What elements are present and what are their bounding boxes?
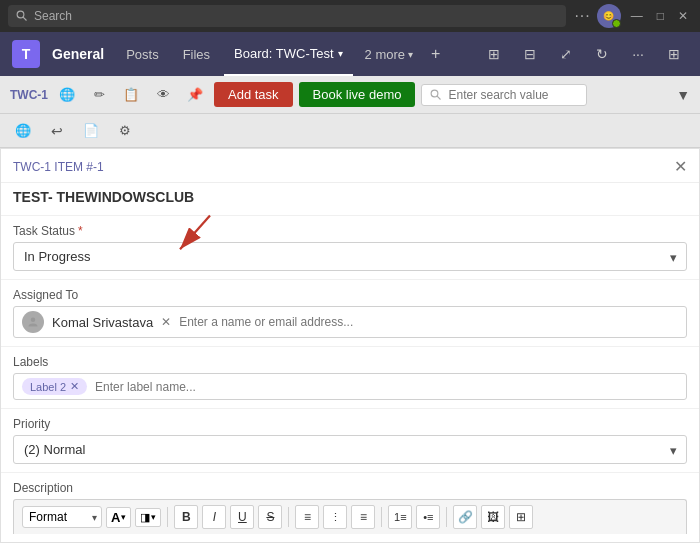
priority-select[interactable]: (2) Normal (1) High (3) Low [13, 435, 687, 464]
nav-bar: T General Posts Files Board: TWC-Test ▾ … [0, 32, 700, 76]
svg-point-6 [31, 318, 36, 323]
description-label: Description [13, 481, 687, 495]
minimize-btn[interactable]: — [627, 7, 647, 25]
remove-label-button[interactable]: ✕ [70, 380, 79, 393]
assigned-row: Komal Srivastava ✕ [13, 306, 687, 338]
filter-icon[interactable]: ▼ [676, 87, 690, 103]
separator1 [167, 507, 168, 527]
format-select-wrapper: Format Heading 1 Heading 2 Paragraph [22, 506, 102, 528]
format-select[interactable]: Format Heading 1 Heading 2 Paragraph [22, 506, 102, 528]
link-btn[interactable]: 🔗 [453, 505, 477, 529]
task-search[interactable] [421, 84, 587, 106]
svg-line-1 [23, 17, 26, 20]
task-status-section: Task Status * In Progress Not Started Co… [1, 215, 699, 279]
required-marker: * [78, 224, 83, 238]
font-color-btn[interactable]: A ▾ [106, 507, 131, 528]
align-right-btn[interactable]: ≡ [351, 505, 375, 529]
task-status-label: Task Status * [13, 224, 687, 238]
nav-dots-icon[interactable]: ··· [624, 40, 652, 68]
task-title: TEST- THEWINDOWSCLUB [1, 183, 699, 215]
toolbar-pin-icon[interactable]: 📌 [182, 82, 208, 108]
close-btn[interactable]: ✕ [674, 7, 692, 25]
nav-items: Posts Files Board: TWC-Test ▾ 2 more ▾ + [116, 32, 446, 76]
nav-layout-icon[interactable]: ⊞ [660, 40, 688, 68]
title-bar: Search ··· 😊 — □ ✕ [0, 0, 700, 32]
title-search[interactable]: Search [8, 5, 566, 27]
label-tag: Label 2 ✕ [22, 378, 87, 395]
align-center-btn[interactable]: ⋮ [323, 505, 347, 529]
task-header: TWC-1 ITEM #-1 ✕ [1, 149, 699, 183]
underline-btn[interactable]: U [230, 505, 254, 529]
ordered-list-btn[interactable]: 1≡ [388, 505, 412, 529]
image-btn[interactable]: 🖼 [481, 505, 505, 529]
font-icon: A [111, 510, 120, 525]
svg-line-3 [438, 96, 441, 99]
maximize-btn[interactable]: □ [653, 7, 668, 25]
separator4 [446, 507, 447, 527]
strikethrough-btn[interactable]: S [258, 505, 282, 529]
label-row: Label 2 ✕ [13, 373, 687, 400]
task-search-input[interactable] [448, 88, 578, 102]
assigned-name: Komal Srivastava [52, 315, 153, 330]
nav-right-icons: ⊞ ⊟ ⤢ ↻ ··· ⊞ [480, 40, 688, 68]
toolbar-edit-icon[interactable]: ✏ [86, 82, 112, 108]
priority-label: Priority [13, 417, 687, 431]
nav-more[interactable]: 2 more ▾ [357, 47, 421, 62]
assigned-avatar [22, 311, 44, 333]
avatar: 😊 [597, 4, 621, 28]
toolbar: TWC-1 🌐 ✏ 📋 👁 📌 Add task Book live demo … [0, 76, 700, 114]
toolbar2-doc[interactable]: 📄 [78, 118, 104, 144]
labels-section: Labels Label 2 ✕ [1, 346, 699, 408]
labels-label: Labels [13, 355, 687, 369]
toolbar2-settings[interactable]: ⚙ [112, 118, 138, 144]
assignee-input[interactable] [179, 315, 678, 329]
separator3 [381, 507, 382, 527]
toolbar-copy-icon[interactable]: 📋 [118, 82, 144, 108]
app-icon: T [12, 40, 40, 68]
table-btn[interactable]: ⊞ [509, 505, 533, 529]
separator2 [288, 507, 289, 527]
toolbar-eye-icon[interactable]: 👁 [150, 82, 176, 108]
avatar-letter: 😊 [603, 11, 614, 21]
toolbar2-undo[interactable]: ↩ [44, 118, 70, 144]
chevron-down-icon-more: ▾ [408, 49, 413, 60]
window-controls: ··· 😊 — □ ✕ [574, 4, 692, 28]
bold-btn[interactable]: B [174, 505, 198, 529]
nav-files[interactable]: Files [173, 32, 220, 76]
nav-expand-icon[interactable]: ⤢ [552, 40, 580, 68]
toolbar2: 🌐 ↩ 📄 ⚙ [0, 114, 700, 148]
status-select-wrapper: In Progress Not Started Completed [13, 242, 687, 271]
align-left-btn[interactable]: ≡ [295, 505, 319, 529]
more-btn[interactable]: ··· [574, 7, 590, 25]
label-input[interactable] [95, 380, 678, 394]
nav-refresh-icon[interactable]: ↻ [588, 40, 616, 68]
search-icon [16, 10, 28, 22]
task-id-link[interactable]: TWC-1 ITEM #-1 [13, 160, 104, 174]
unordered-list-btn[interactable]: •≡ [416, 505, 440, 529]
color-picker-btn[interactable]: ◨ ▾ [135, 508, 161, 527]
add-task-button[interactable]: Add task [214, 82, 293, 107]
svg-point-0 [17, 11, 24, 18]
font-chevron: ▾ [121, 512, 126, 522]
nav-posts[interactable]: Posts [116, 32, 169, 76]
task-close-button[interactable]: ✕ [674, 157, 687, 176]
status-select[interactable]: In Progress Not Started Completed [13, 242, 687, 271]
content-area: TWC-1 ITEM #-1 ✕ TEST- THEWINDOWSCLUB Ta… [0, 148, 700, 543]
search-label: Search [34, 9, 72, 23]
assigned-section: Assigned To Komal Srivastava ✕ [1, 279, 699, 346]
nav-minimize-icon[interactable]: ⊟ [516, 40, 544, 68]
nav-add-tab[interactable]: + [425, 45, 446, 63]
nav-board[interactable]: Board: TWC-Test ▾ [224, 32, 352, 76]
desc-toolbar: Format Heading 1 Heading 2 Paragraph A ▾… [13, 499, 687, 534]
nav-grid-icon[interactable]: ⊞ [480, 40, 508, 68]
italic-btn[interactable]: I [202, 505, 226, 529]
toolbar2-globe[interactable]: 🌐 [10, 118, 36, 144]
description-section: Description Format Heading 1 Heading 2 P… [1, 472, 699, 542]
remove-assignee-button[interactable]: ✕ [161, 315, 171, 329]
assigned-label: Assigned To [13, 288, 687, 302]
color-chevron: ▾ [151, 512, 156, 522]
search-icon-toolbar [430, 89, 442, 101]
toolbar-icon1[interactable]: 🌐 [54, 82, 80, 108]
book-demo-button[interactable]: Book live demo [299, 82, 416, 107]
toolbar-label: TWC-1 [10, 88, 48, 102]
